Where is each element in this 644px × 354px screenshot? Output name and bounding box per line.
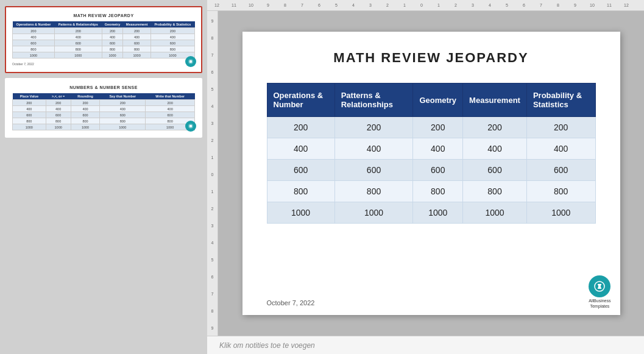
- cell: 400: [413, 138, 463, 160]
- ruler-mark-v: 8: [207, 29, 218, 46]
- col-header-3: Geometry: [413, 83, 463, 117]
- ruler-mark: 5: [328, 3, 345, 7]
- cell: 200: [413, 117, 463, 138]
- thumb2-col-1: Place Value: [13, 93, 46, 100]
- slide-thumb-2[interactable]: 2 NUMBERS & NUMBER SENSE Place Value >,<…: [5, 78, 202, 138]
- ruler-top: 12 11 10 9 8 7 6 5 4 3 2 1 0 1 2 3 4 5 6…: [207, 0, 644, 11]
- logo-text: AllBusiness Templates: [589, 299, 610, 309]
- ruler-mark-v: 7: [207, 46, 218, 63]
- ruler-mark: 2: [379, 3, 396, 7]
- ruler-mark: 7: [294, 3, 311, 7]
- table-row: 400 400 400 400 400: [267, 138, 595, 160]
- logo-icon-1: [188, 58, 194, 65]
- cell: 600: [526, 160, 595, 181]
- ruler-mark-v: 0: [207, 166, 218, 183]
- cell: 600: [334, 160, 413, 181]
- slide-canvas: MATH REVIEW JEOPARDY Operations & Number…: [218, 11, 644, 336]
- ruler-mark-v: 7: [207, 285, 218, 302]
- ruler-mark: 10: [242, 3, 260, 7]
- thumb-table-2: Place Value >,<, or = Rounding Say that …: [12, 93, 195, 130]
- ruler-mark-v: 5: [207, 80, 218, 97]
- thumb-table-1: Operations & Number Patterns & Relations…: [12, 21, 195, 58]
- ruler-mark: 11: [601, 3, 618, 7]
- ruler-mark: 11: [225, 3, 242, 7]
- ruler-mark: 2: [447, 3, 464, 7]
- ruler-mark: 1: [396, 3, 413, 7]
- col-header-5: Probability & Statistics: [526, 83, 595, 117]
- thumb-col-1: Operations & Number: [13, 21, 55, 28]
- ruler-marks-top: 12 11 10 9 8 7 6 5 4 3 2 1 0 1 2 3 4 5 6…: [208, 3, 635, 7]
- thumb-col-2: Patterns & Relationships: [54, 21, 102, 28]
- notes-bar[interactable]: Klik om notities toe te voegen: [207, 336, 644, 354]
- ruler-mark-v: 4: [207, 97, 218, 115]
- table-row: 600 600 600 600 600: [267, 160, 595, 181]
- thumb2-col-2: >,<, or =: [46, 93, 71, 100]
- col-header-4: Measurement: [463, 83, 527, 117]
- ruler-mark: 12: [208, 3, 225, 7]
- cell: 400: [463, 138, 527, 160]
- slide-logo: AllBusiness Templates: [589, 275, 610, 309]
- cell: 200: [463, 117, 527, 138]
- thumb2-col-5: Write that Number: [146, 93, 195, 100]
- thumb-title-1: MATH REVIEW JEOPARDY: [12, 13, 195, 18]
- ruler-mark: 0: [413, 3, 430, 7]
- cell: 1000: [526, 202, 595, 224]
- slides-panel: 1 MATH REVIEW JEOPARDY Operations & Numb…: [0, 0, 207, 354]
- cell: 200: [267, 117, 334, 138]
- thumb-col-5: Probability & Statistics: [150, 21, 194, 28]
- cell: 1000: [334, 202, 413, 224]
- ruler-mark-v: 1: [207, 149, 218, 166]
- cell: 800: [334, 181, 413, 202]
- ruler-mark: 10: [584, 3, 601, 7]
- ruler-mark: 8: [277, 3, 294, 7]
- cell: 400: [526, 138, 595, 160]
- ruler-mark-v: 5: [207, 251, 218, 268]
- svg-rect-3: [189, 125, 192, 127]
- ruler-mark: 12: [618, 3, 635, 7]
- svg-rect-7: [601, 285, 603, 288]
- cell: 800: [463, 181, 527, 202]
- cell: 800: [413, 181, 463, 202]
- thumb-title-2: NUMBERS & NUMBER SENSE: [12, 85, 195, 90]
- slide-main-title: MATH REVIEW JEOPARDY: [267, 50, 596, 66]
- cell: 600: [267, 160, 334, 181]
- cell: 600: [413, 160, 463, 181]
- ruler-mark: 8: [550, 3, 567, 7]
- ruler-mark-v: 2: [207, 200, 218, 217]
- ruler-mark-v: 3: [207, 115, 218, 132]
- ruler-mark-v: 6: [207, 63, 218, 80]
- logo-icon: [593, 280, 606, 292]
- logo-icon-2: [188, 123, 194, 129]
- ruler-mark: 9: [567, 3, 584, 7]
- ruler-mark-v: 1: [207, 183, 218, 200]
- svg-rect-1: [189, 60, 192, 63]
- content-area: 9 8 7 6 5 4 3 2 1 0 1 2 3 4 5 6 7 8 9 MA…: [207, 11, 644, 336]
- ruler-mark: 7: [533, 3, 550, 7]
- cell: 1000: [463, 202, 527, 224]
- cell: 400: [267, 138, 334, 160]
- ruler-side: 9 8 7 6 5 4 3 2 1 0 1 2 3 4 5 6 7 8 9: [207, 11, 218, 336]
- table-row: 200 200 200 200 200: [267, 117, 595, 138]
- main-panel: 12 11 10 9 8 7 6 5 4 3 2 1 0 1 2 3 4 5 6…: [207, 0, 644, 354]
- main-table: Operations & Number Patterns & Relations…: [267, 83, 596, 224]
- thumb2-col-3: Rounding: [71, 93, 100, 100]
- col-header-2: Patterns & Relationships: [334, 83, 413, 117]
- thumb-logo-2: [185, 121, 196, 132]
- ruler-mark-v: 2: [207, 132, 218, 149]
- cell: 1000: [267, 202, 334, 224]
- slide-thumb-1[interactable]: 1 MATH REVIEW JEOPARDY Operations & Numb…: [5, 6, 202, 73]
- thumb2-col-4: Say that Number: [100, 93, 146, 100]
- ruler-mark-v: 3: [207, 217, 218, 234]
- cell: 800: [526, 181, 595, 202]
- table-row: 800 800 800 800 800: [267, 181, 595, 202]
- ruler-mark: 6: [311, 3, 328, 7]
- thumb-date-1: October 7, 2022: [12, 62, 195, 66]
- cell: 800: [267, 181, 334, 202]
- cell: 1000: [413, 202, 463, 224]
- col-header-1: Operations & Number: [267, 83, 334, 117]
- thumb-col-4: Measurement: [123, 21, 150, 28]
- ruler-mark-v: 6: [207, 268, 218, 285]
- ruler-mark-v: 9: [207, 12, 218, 29]
- slide-footer-date: October 7, 2022: [267, 299, 315, 306]
- ruler-mark-v: 9: [207, 319, 218, 336]
